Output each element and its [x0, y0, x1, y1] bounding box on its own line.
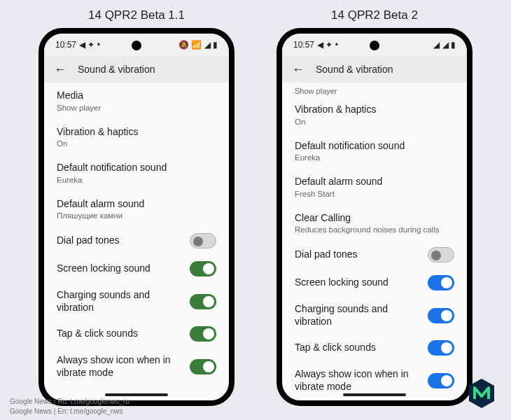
status-system-icons: 🔕 📶 ◢ ▮	[178, 40, 218, 50]
app-bar: ← Sound & vibration	[282, 56, 467, 83]
toggle-switch[interactable]	[190, 326, 216, 342]
setting-vibration-haptics[interactable]: Vibration & haptics On	[295, 97, 454, 133]
setting-title: Default alarm sound	[295, 176, 454, 188]
caption-left: 14 QPR2 Beta 1.1	[88, 8, 185, 22]
setting-sub: Eureka	[295, 153, 454, 162]
toggle-row[interactable]: Charging sounds and vibration	[57, 283, 216, 320]
status-system-icons: ◢ ◢ ▮	[433, 40, 456, 50]
toggle-switch[interactable]	[428, 308, 454, 323]
setting-title: Media	[57, 90, 216, 102]
toggle-knob	[441, 342, 452, 354]
toggle-label: Dial pad tones	[57, 234, 120, 247]
setting-sub: Пляшущие камни	[57, 211, 216, 220]
toggle-row[interactable]: Dial pad tones	[295, 241, 454, 269]
toggle-knob	[193, 237, 203, 246]
truncated-item-sub: Show player	[295, 83, 454, 97]
toggle-knob	[203, 263, 214, 274]
image-credit: Google News | Ru: t.me/googlenws_ru Goog…	[10, 397, 130, 416]
toggle-row[interactable]: Screen locking sound	[57, 255, 216, 283]
setting-clear-calling[interactable]: Clear Calling Reduces background noises …	[295, 205, 454, 241]
setting-title: Default notification sound	[295, 140, 454, 153]
setting-default-alarm-sound[interactable]: Default alarm sound Fresh Start	[295, 169, 454, 205]
status-notif-icons: ◀ ✦ •	[317, 40, 338, 50]
toggle-label: Always show icon when in vibrate mode	[295, 368, 421, 393]
toggle-label: Charging sounds and vibration	[57, 289, 183, 314]
toggle-switch[interactable]	[428, 247, 454, 262]
setting-default-notification-sound[interactable]: Default notification sound Eureka	[295, 133, 454, 169]
toggle-label: Screen locking sound	[57, 262, 150, 275]
setting-vibration-haptics[interactable]: Vibration & haptics On	[57, 119, 216, 155]
back-icon[interactable]: ←	[292, 62, 304, 77]
setting-title: Vibration & haptics	[295, 104, 454, 116]
page-title: Sound & vibration	[78, 64, 155, 75]
setting-sub: Fresh Start	[295, 190, 454, 198]
setting-title: Default alarm sound	[57, 198, 216, 211]
app-bar: ← Sound & vibration	[44, 56, 229, 83]
toggle-switch[interactable]	[428, 340, 454, 356]
toggle-row[interactable]: Screen locking sound	[295, 269, 454, 297]
toggle-label: Screen locking sound	[295, 276, 388, 289]
settings-list[interactable]: Show player Vibration & haptics On Defau…	[282, 83, 467, 400]
toggle-knob	[203, 296, 214, 307]
status-notif-icons: ◀ ✦ •	[79, 40, 100, 50]
status-time: 10:57	[55, 40, 76, 50]
setting-sub: Eureka	[57, 176, 216, 184]
setting-sub: Show player	[57, 104, 216, 112]
toggle-label: Dial pad tones	[295, 248, 358, 261]
toggle-switch[interactable]	[190, 359, 216, 374]
toggle-knob	[441, 277, 452, 288]
toggle-label: Always show icon when in vibrate mode	[57, 354, 183, 379]
setting-sub: On	[57, 139, 216, 148]
setting-title: Clear Calling	[295, 212, 454, 225]
setting-default-notification-sound[interactable]: Default notification sound Eureka	[57, 155, 216, 191]
toggle-knob	[203, 361, 214, 372]
gesture-nav-bar[interactable]	[105, 393, 168, 396]
camera-hole	[132, 41, 141, 50]
toggle-knob	[431, 251, 441, 260]
toggle-knob	[441, 310, 452, 321]
toggle-switch[interactable]	[190, 294, 216, 309]
svg-marker-0	[469, 379, 494, 408]
setting-title: Default notification sound	[57, 162, 216, 174]
watermark-badge-icon	[466, 378, 497, 409]
phone-left: 10:57 ◀ ✦ • 🔕 📶 ◢ ▮ ← Sound & vibration …	[38, 28, 234, 406]
camera-hole	[370, 41, 379, 50]
credit-line-2: Google News | En: t.me/google_nws	[10, 407, 130, 416]
setting-sub: On	[295, 118, 454, 126]
toggle-row[interactable]: Dial pad tones	[57, 227, 216, 255]
back-icon[interactable]: ←	[54, 62, 66, 77]
setting-default-alarm-sound[interactable]: Default alarm sound Пляшущие камни	[57, 191, 216, 227]
page-title: Sound & vibration	[316, 64, 393, 75]
toggle-switch[interactable]	[428, 275, 454, 290]
toggle-switch[interactable]	[428, 373, 454, 388]
caption-right: 14 QPR2 Beta 2	[331, 8, 418, 22]
status-time: 10:57	[293, 40, 314, 50]
gesture-nav-bar[interactable]	[343, 393, 406, 396]
settings-list[interactable]: Media Show player Vibration & haptics On…	[44, 83, 229, 400]
toggle-row[interactable]: Charging sounds and vibration	[295, 297, 454, 334]
toggle-knob	[203, 328, 214, 340]
toggle-row[interactable]: Tap & click sounds	[295, 334, 454, 362]
toggle-switch[interactable]	[190, 261, 216, 276]
toggle-row[interactable]: Always show icon when in vibrate mode	[57, 348, 216, 385]
setting-sub: Reduces background noises during calls	[295, 225, 454, 234]
toggle-label: Tap & click sounds	[57, 328, 138, 340]
setting-media[interactable]: Media Show player	[57, 83, 216, 119]
toggle-switch[interactable]	[190, 233, 216, 248]
credit-line-1: Google News | Ru: t.me/googlenws_ru	[10, 397, 130, 407]
toggle-label: Charging sounds and vibration	[295, 303, 421, 328]
phone-right: 10:57 ◀ ✦ • ◢ ◢ ▮ ← Sound & vibration Sh…	[276, 28, 472, 406]
toggle-row[interactable]: Tap & click sounds	[57, 320, 216, 348]
toggle-knob	[441, 375, 452, 386]
toggle-label: Tap & click sounds	[295, 342, 376, 354]
setting-title: Vibration & haptics	[57, 126, 216, 139]
